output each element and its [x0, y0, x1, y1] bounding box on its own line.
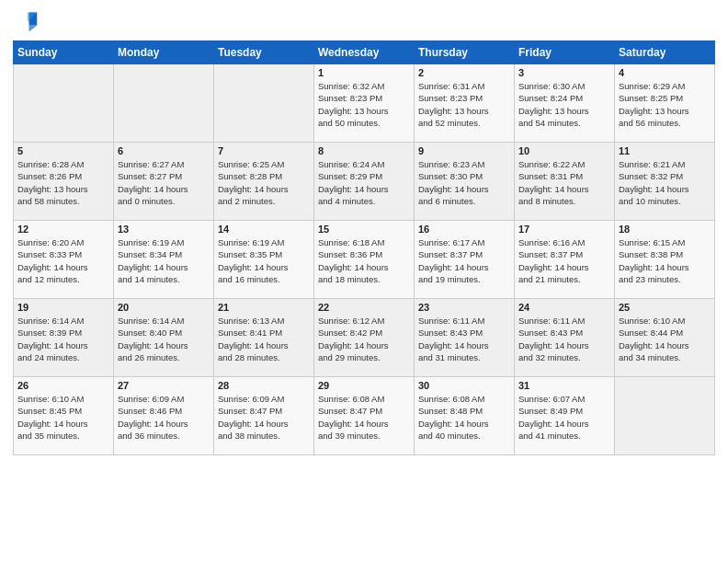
day-number: 31: [518, 380, 610, 391]
calendar-body: 1Sunrise: 6:32 AM Sunset: 8:23 PM Daylig…: [14, 64, 715, 455]
calendar-cell: 1Sunrise: 6:32 AM Sunset: 8:23 PM Daylig…: [314, 64, 415, 143]
calendar-cell: 14Sunrise: 6:19 AM Sunset: 8:35 PM Dayli…: [214, 221, 314, 299]
calendar-cell: 21Sunrise: 6:13 AM Sunset: 8:41 PM Dayli…: [214, 299, 314, 377]
calendar-week-4: 19Sunrise: 6:14 AM Sunset: 8:39 PM Dayli…: [14, 299, 715, 377]
day-info: Sunrise: 6:10 AM Sunset: 8:45 PM Dayligh…: [17, 393, 109, 442]
day-number: 17: [518, 224, 610, 235]
calendar-cell: 22Sunrise: 6:12 AM Sunset: 8:42 PM Dayli…: [314, 299, 415, 377]
calendar-cell: 7Sunrise: 6:25 AM Sunset: 8:28 PM Daylig…: [214, 143, 314, 221]
calendar-cell: [615, 377, 715, 455]
calendar-cell: 31Sunrise: 6:07 AM Sunset: 8:49 PM Dayli…: [515, 377, 615, 455]
day-number: 27: [118, 380, 210, 391]
day-info: Sunrise: 6:08 AM Sunset: 8:48 PM Dayligh…: [418, 393, 510, 442]
day-info: Sunrise: 6:32 AM Sunset: 8:23 PM Dayligh…: [318, 80, 410, 129]
calendar-cell: 13Sunrise: 6:19 AM Sunset: 8:34 PM Dayli…: [114, 221, 214, 299]
day-number: 18: [619, 224, 711, 235]
day-info: Sunrise: 6:15 AM Sunset: 8:38 PM Dayligh…: [619, 236, 711, 285]
calendar-cell: 29Sunrise: 6:08 AM Sunset: 8:47 PM Dayli…: [314, 377, 415, 455]
day-info: Sunrise: 6:09 AM Sunset: 8:46 PM Dayligh…: [118, 393, 210, 442]
calendar-cell: 9Sunrise: 6:23 AM Sunset: 8:30 PM Daylig…: [415, 143, 515, 221]
calendar-cell: [14, 64, 114, 143]
calendar-week-5: 26Sunrise: 6:10 AM Sunset: 8:45 PM Dayli…: [14, 377, 715, 455]
day-number: 2: [418, 67, 510, 78]
logo-icon: [13, 9, 39, 35]
day-info: Sunrise: 6:11 AM Sunset: 8:43 PM Dayligh…: [518, 315, 610, 363]
calendar-cell: 28Sunrise: 6:09 AM Sunset: 8:47 PM Dayli…: [214, 377, 314, 455]
day-number: 20: [118, 302, 210, 313]
calendar-cell: 5Sunrise: 6:28 AM Sunset: 8:26 PM Daylig…: [14, 143, 114, 221]
day-info: Sunrise: 6:22 AM Sunset: 8:31 PM Dayligh…: [518, 158, 610, 207]
calendar-cell: 30Sunrise: 6:08 AM Sunset: 8:48 PM Dayli…: [415, 377, 515, 455]
day-info: Sunrise: 6:08 AM Sunset: 8:47 PM Dayligh…: [318, 393, 410, 442]
calendar-week-2: 5Sunrise: 6:28 AM Sunset: 8:26 PM Daylig…: [14, 143, 715, 221]
day-number: 4: [619, 67, 711, 78]
day-info: Sunrise: 6:21 AM Sunset: 8:32 PM Dayligh…: [619, 158, 711, 207]
day-info: Sunrise: 6:11 AM Sunset: 8:43 PM Dayligh…: [418, 315, 510, 363]
calendar-cell: 18Sunrise: 6:15 AM Sunset: 8:38 PM Dayli…: [615, 221, 715, 299]
day-info: Sunrise: 6:09 AM Sunset: 8:47 PM Dayligh…: [218, 393, 310, 442]
calendar-cell: 15Sunrise: 6:18 AM Sunset: 8:36 PM Dayli…: [314, 221, 415, 299]
day-info: Sunrise: 6:29 AM Sunset: 8:25 PM Dayligh…: [619, 80, 711, 129]
calendar-cell: 25Sunrise: 6:10 AM Sunset: 8:44 PM Dayli…: [615, 299, 715, 377]
calendar-cell: 17Sunrise: 6:16 AM Sunset: 8:37 PM Dayli…: [515, 221, 615, 299]
logo: [13, 9, 42, 35]
day-info: Sunrise: 6:18 AM Sunset: 8:36 PM Dayligh…: [318, 236, 410, 285]
calendar-cell: 27Sunrise: 6:09 AM Sunset: 8:46 PM Dayli…: [114, 377, 214, 455]
day-number: 28: [218, 380, 310, 391]
day-number: 26: [17, 380, 109, 391]
day-number: 6: [118, 145, 210, 156]
day-number: 15: [318, 224, 410, 235]
calendar-cell: 10Sunrise: 6:22 AM Sunset: 8:31 PM Dayli…: [515, 143, 615, 221]
day-number: 8: [318, 145, 410, 156]
weekday-header-sunday: Sunday: [14, 41, 114, 64]
day-number: 21: [218, 302, 310, 313]
weekday-header-tuesday: Tuesday: [214, 41, 314, 64]
weekday-header-saturday: Saturday: [615, 41, 715, 64]
calendar-cell: 19Sunrise: 6:14 AM Sunset: 8:39 PM Dayli…: [14, 299, 114, 377]
day-info: Sunrise: 6:16 AM Sunset: 8:37 PM Dayligh…: [518, 236, 610, 285]
day-number: 22: [318, 302, 410, 313]
calendar-header: SundayMondayTuesdayWednesdayThursdayFrid…: [14, 41, 715, 64]
day-info: Sunrise: 6:31 AM Sunset: 8:23 PM Dayligh…: [418, 80, 510, 129]
day-number: 12: [17, 224, 109, 235]
weekday-row: SundayMondayTuesdayWednesdayThursdayFrid…: [14, 41, 715, 64]
calendar-cell: 12Sunrise: 6:20 AM Sunset: 8:33 PM Dayli…: [14, 221, 114, 299]
header: [13, 9, 715, 35]
calendar-cell: 6Sunrise: 6:27 AM Sunset: 8:27 PM Daylig…: [114, 143, 214, 221]
day-number: 29: [318, 380, 410, 391]
day-number: 23: [418, 302, 510, 313]
day-info: Sunrise: 6:14 AM Sunset: 8:40 PM Dayligh…: [118, 315, 210, 363]
day-info: Sunrise: 6:24 AM Sunset: 8:29 PM Dayligh…: [318, 158, 410, 207]
day-info: Sunrise: 6:07 AM Sunset: 8:49 PM Dayligh…: [518, 393, 610, 442]
day-number: 3: [518, 67, 610, 78]
calendar-cell: 20Sunrise: 6:14 AM Sunset: 8:40 PM Dayli…: [114, 299, 214, 377]
svg-marker-1: [29, 26, 38, 32]
day-number: 14: [218, 224, 310, 235]
day-info: Sunrise: 6:17 AM Sunset: 8:37 PM Dayligh…: [418, 236, 510, 285]
day-number: 10: [518, 145, 610, 156]
day-info: Sunrise: 6:30 AM Sunset: 8:24 PM Dayligh…: [518, 80, 610, 129]
day-number: 24: [518, 302, 610, 313]
day-info: Sunrise: 6:13 AM Sunset: 8:41 PM Dayligh…: [218, 315, 310, 363]
calendar-cell: [114, 64, 214, 143]
day-info: Sunrise: 6:20 AM Sunset: 8:33 PM Dayligh…: [17, 236, 109, 285]
calendar-cell: 2Sunrise: 6:31 AM Sunset: 8:23 PM Daylig…: [415, 64, 515, 143]
page: SundayMondayTuesdayWednesdayThursdayFrid…: [0, 0, 728, 563]
day-number: 19: [17, 302, 109, 313]
calendar-cell: 16Sunrise: 6:17 AM Sunset: 8:37 PM Dayli…: [415, 221, 515, 299]
day-number: 7: [218, 145, 310, 156]
calendar-cell: 23Sunrise: 6:11 AM Sunset: 8:43 PM Dayli…: [415, 299, 515, 377]
weekday-header-friday: Friday: [515, 41, 615, 64]
weekday-header-monday: Monday: [114, 41, 214, 64]
calendar-cell: [214, 64, 314, 143]
day-number: 11: [619, 145, 711, 156]
day-number: 25: [619, 302, 711, 313]
day-info: Sunrise: 6:10 AM Sunset: 8:44 PM Dayligh…: [619, 315, 711, 363]
day-info: Sunrise: 6:23 AM Sunset: 8:30 PM Dayligh…: [418, 158, 510, 207]
calendar-cell: 11Sunrise: 6:21 AM Sunset: 8:32 PM Dayli…: [615, 143, 715, 221]
day-info: Sunrise: 6:28 AM Sunset: 8:26 PM Dayligh…: [17, 158, 109, 207]
calendar-cell: 8Sunrise: 6:24 AM Sunset: 8:29 PM Daylig…: [314, 143, 415, 221]
day-number: 13: [118, 224, 210, 235]
day-number: 9: [418, 145, 510, 156]
calendar-week-3: 12Sunrise: 6:20 AM Sunset: 8:33 PM Dayli…: [14, 221, 715, 299]
